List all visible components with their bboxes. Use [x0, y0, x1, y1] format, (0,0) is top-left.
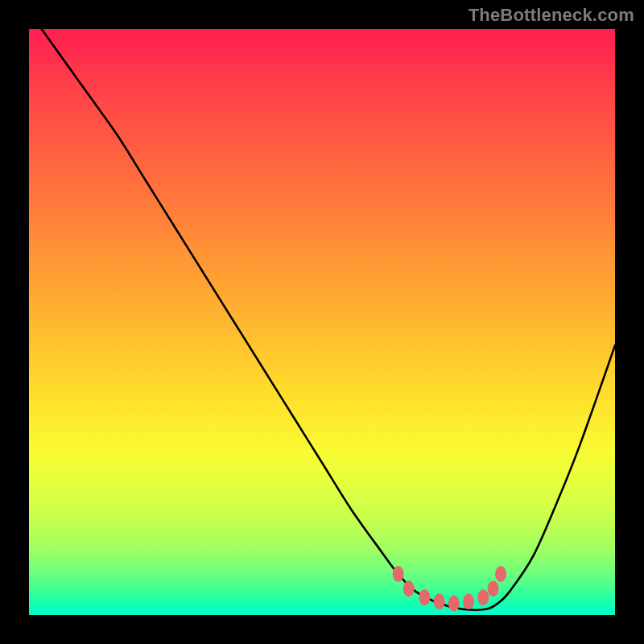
marker-dot: [488, 580, 499, 597]
marker-dot: [393, 566, 404, 582]
marker-dot: [477, 589, 489, 605]
marker-dot: [419, 589, 430, 605]
marker-dot: [463, 593, 474, 609]
curve-overlay: [29, 29, 615, 615]
plot-area: [29, 29, 615, 615]
marker-dot: [403, 580, 415, 597]
chart-frame: TheBottleneck.com: [0, 0, 644, 644]
marker-dot: [448, 595, 460, 611]
optimal-range-markers: [393, 566, 506, 611]
marker-dot: [434, 593, 445, 609]
marker-dot: [495, 566, 506, 582]
bottleneck-curve: [29, 29, 615, 610]
watermark-text: TheBottleneck.com: [469, 5, 634, 26]
